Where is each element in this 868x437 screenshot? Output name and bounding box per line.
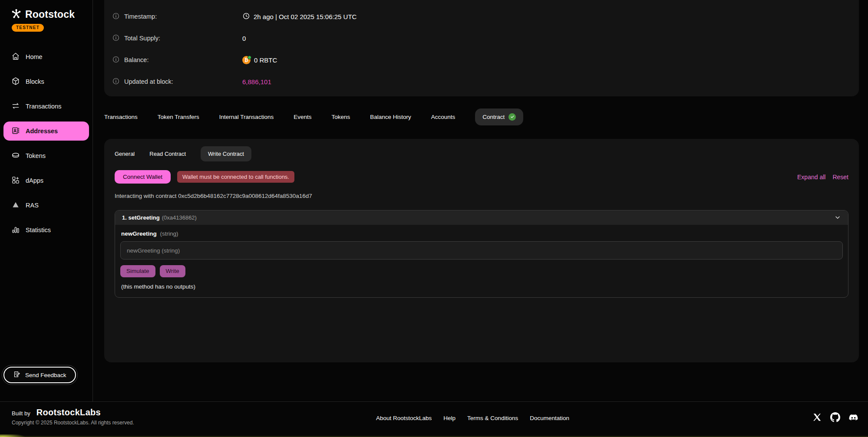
- method-body: newGreeting (string) Simulate Write (thi…: [115, 225, 848, 297]
- tab-transactions[interactable]: Transactions: [104, 114, 138, 120]
- sidebar-item-label: dApps: [26, 177, 43, 184]
- github-icon[interactable]: [830, 412, 840, 422]
- testnet-badge: TESTNET: [12, 24, 44, 32]
- address-details-panel: Timestamp: 2h ago | Oct 02 2025 15:06:25…: [104, 0, 859, 96]
- block-number-link[interactable]: 6,886,101: [242, 78, 271, 85]
- detail-row-timestamp: Timestamp: 2h ago | Oct 02 2025 15:06:25…: [112, 6, 859, 27]
- main-content: Timestamp: 2h ago | Oct 02 2025 15:06:25…: [93, 0, 868, 401]
- write-button[interactable]: Write: [160, 265, 185, 277]
- clock-icon: [242, 12, 250, 21]
- tokens-icon: [11, 151, 20, 161]
- contract-subtabs: General Read Contract Write Contract: [115, 146, 848, 161]
- sidebar-nav: Home Blocks Transactions Addresses Token…: [0, 47, 92, 240]
- contract-panel: General Read Contract Write Contract Con…: [104, 139, 859, 362]
- rootstock-logo-icon: [10, 8, 22, 21]
- sidebar-item-blocks[interactable]: Blocks: [3, 72, 89, 91]
- method-card-setgreeting: 1. setGreeting (0xa4136862) newGreeting …: [115, 210, 848, 298]
- simulate-button[interactable]: Simulate: [120, 265, 155, 277]
- addresses-icon: [11, 126, 20, 136]
- connect-wallet-button[interactable]: Connect Wallet: [115, 170, 171, 184]
- detail-row-balance: Balance: ₿ 0 RBTC: [112, 49, 859, 71]
- sidebar-item-ras[interactable]: RAS: [3, 196, 89, 215]
- info-icon[interactable]: [112, 12, 120, 21]
- transactions-icon: [11, 102, 20, 112]
- footer-link-documentation[interactable]: Documentation: [530, 415, 569, 421]
- feedback-label: Send Feedback: [25, 372, 66, 378]
- interacting-with-contract-text: Interacting with contract 0xc5d2b6b48162…: [115, 193, 848, 199]
- tab-contract[interactable]: Contract: [475, 108, 523, 125]
- wallet-warning-badge: Wallet must be connected to call functio…: [177, 171, 294, 183]
- discord-icon[interactable]: [848, 412, 858, 422]
- subtab-write-contract[interactable]: Write Contract: [201, 146, 251, 161]
- dapps-icon: [11, 176, 20, 186]
- brand-name: Rootstock: [25, 9, 75, 20]
- sidebar-item-home[interactable]: Home: [3, 47, 89, 66]
- expand-all-link[interactable]: Expand all: [797, 174, 825, 181]
- sidebar-item-label: Statistics: [26, 227, 51, 233]
- detail-label: Total Supply:: [124, 35, 160, 42]
- balance-value: 0 RBTC: [254, 56, 277, 64]
- footer-social: [812, 412, 858, 422]
- param-label: newGreeting (string): [120, 230, 843, 237]
- address-tabs: Transactions Token Transfers Internal Tr…: [104, 107, 523, 127]
- reset-link[interactable]: Reset: [832, 174, 848, 181]
- sidebar-item-tokens[interactable]: Tokens: [3, 146, 89, 165]
- tab-token-transfers[interactable]: Token Transfers: [158, 114, 199, 120]
- param-type: (string): [160, 230, 178, 237]
- tab-balance-history[interactable]: Balance History: [370, 114, 411, 120]
- footer: Built by RootstockLabs Copyright © 2025 …: [0, 401, 868, 437]
- sidebar-item-label: Transactions: [26, 103, 61, 110]
- chevron-down-icon[interactable]: [834, 214, 841, 221]
- sidebar-item-label: Tokens: [26, 152, 46, 159]
- param-name: newGreeting: [121, 230, 157, 237]
- total-supply-value: 0: [242, 35, 246, 42]
- rbtc-icon: ₿: [242, 56, 251, 64]
- page: Rootstock TESTNET Home Blocks Transactio…: [0, 0, 868, 437]
- method-buttons: Simulate Write: [120, 265, 843, 277]
- rootstocklabs-wordmark[interactable]: RootstockLabs: [36, 407, 101, 417]
- detail-row-total-supply: Total Supply: 0: [112, 27, 859, 49]
- subtab-general[interactable]: General: [115, 146, 135, 161]
- sidebar-item-label: Blocks: [26, 78, 44, 85]
- footer-left: Built by RootstockLabs Copyright © 2025 …: [12, 407, 134, 426]
- sidebar-item-label: Addresses: [26, 128, 58, 135]
- tab-accounts[interactable]: Accounts: [431, 114, 455, 120]
- check-icon: [508, 113, 516, 121]
- method-outputs-note: (this method has no outputs): [120, 283, 843, 290]
- sidebar-item-label: RAS: [26, 202, 39, 209]
- ras-icon: [11, 200, 20, 210]
- sidebar-item-transactions[interactable]: Transactions: [3, 97, 89, 116]
- footer-link-about[interactable]: About RootstockLabs: [376, 415, 432, 421]
- brand-logo[interactable]: Rootstock: [0, 0, 92, 21]
- method-selector: (0xa4136862): [162, 214, 197, 221]
- bottom-gradient-bar: [0, 434, 868, 437]
- detail-row-updated-block: Updated at block: 6,886,101: [112, 71, 859, 92]
- sidebar: Rootstock TESTNET Home Blocks Transactio…: [0, 0, 93, 401]
- info-icon[interactable]: [112, 56, 120, 65]
- statistics-icon: [11, 225, 20, 235]
- param-input-newgreeting[interactable]: [120, 241, 843, 260]
- home-icon: [11, 52, 20, 62]
- x-icon[interactable]: [812, 412, 822, 422]
- footer-links: About RootstockLabs Help Terms & Conditi…: [376, 415, 569, 421]
- built-by-text: Built by: [12, 410, 30, 417]
- tab-internal-transactions[interactable]: Internal Transactions: [219, 114, 274, 120]
- blocks-icon: [11, 77, 20, 87]
- sidebar-item-dapps[interactable]: dApps: [3, 171, 89, 190]
- footer-link-help[interactable]: Help: [443, 415, 455, 421]
- sidebar-item-statistics[interactable]: Statistics: [3, 220, 89, 240]
- info-icon[interactable]: [112, 34, 120, 43]
- subtab-read-contract[interactable]: Read Contract: [149, 146, 186, 161]
- tab-events[interactable]: Events: [294, 114, 311, 120]
- timestamp-value: 2h ago | Oct 02 2025 15:06:25 UTC: [254, 13, 356, 20]
- tab-tokens[interactable]: Tokens: [331, 114, 350, 120]
- sidebar-item-addresses[interactable]: Addresses: [3, 122, 89, 141]
- expand-controls: Expand all Reset: [797, 174, 848, 181]
- footer-link-terms[interactable]: Terms & Conditions: [467, 415, 518, 421]
- detail-label: Updated at block:: [124, 78, 173, 85]
- wallet-row: Connect Wallet Wallet must be connected …: [115, 170, 848, 184]
- feedback-edit-icon: [13, 371, 20, 379]
- method-accordion-header[interactable]: 1. setGreeting (0xa4136862): [115, 210, 848, 225]
- send-feedback-button[interactable]: Send Feedback: [3, 367, 76, 383]
- info-icon[interactable]: [112, 77, 120, 86]
